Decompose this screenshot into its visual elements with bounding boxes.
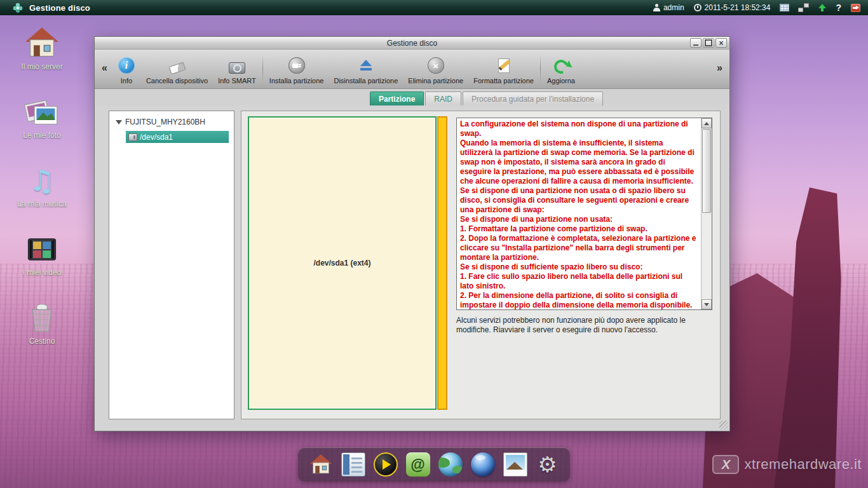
refresh-button[interactable]: Aggiorna — [542, 50, 580, 88]
swap-info-text: La configurazione del sistema non dispon… — [457, 118, 701, 309]
tree-expander-icon[interactable] — [116, 120, 122, 125]
plug-icon — [288, 57, 305, 74]
eraser-icon — [168, 62, 186, 75]
tab-install-wizard[interactable]: Procedura guidata per l'installazione — [463, 92, 603, 105]
info-line: 2. Per la dimensione della partizione, d… — [460, 291, 698, 309]
user-indicator[interactable]: admin — [653, 3, 684, 12]
device-tree-panel: FUJITSU_MHY2160BH /dev/sda1 — [109, 111, 234, 419]
service-restart-note: Alcuni servizi potrebbero non funzionare… — [456, 316, 712, 335]
format-partition-button[interactable]: Formatta partizione — [468, 50, 539, 88]
partition-block-free-space[interactable] — [437, 116, 447, 410]
window-title: Gestione disco — [95, 39, 729, 48]
window-controls — [690, 38, 729, 48]
music-icon: ♫ — [24, 163, 60, 198]
desktop: Gestione disco admin 2011-5-21 18:52:34 … — [0, 0, 868, 488]
user-name: admin — [663, 3, 684, 12]
info-line: Se si dispone di una partizione non usat… — [460, 215, 698, 224]
tabbar: Partizione RAID Procedura guidata per l'… — [95, 89, 729, 105]
xtremehardware-logo: X — [712, 455, 739, 474]
tree-partition-row[interactable]: /dev/sda1 — [126, 131, 229, 143]
maximize-button[interactable] — [703, 38, 714, 48]
system-topbar: Gestione disco admin 2011-5-21 18:52:34 … — [0, 0, 868, 15]
hdd-icon — [128, 133, 137, 141]
shortcut-trash[interactable]: Cestino — [10, 300, 74, 346]
close-button[interactable] — [715, 38, 727, 48]
partition-map: /dev/sda1 (ext4) — [248, 116, 447, 410]
dock: @ ⚙ — [298, 447, 570, 482]
scroll-down-button[interactable] — [702, 299, 712, 309]
minimize-button[interactable] — [690, 38, 702, 48]
dock-network-places-icon[interactable] — [438, 452, 463, 477]
dock-gallery-icon[interactable] — [503, 452, 527, 477]
swap-info-box: La configurazione del sistema non dispon… — [456, 118, 712, 310]
info-line: 1. Formattare la partizione come partizi… — [460, 224, 698, 234]
info-button[interactable]: i Info — [112, 50, 141, 88]
shortcut-my-server[interactable]: Il mio server — [10, 25, 74, 71]
device-name: FUJITSU_MHY2160BH — [125, 118, 205, 126]
dock-file-manager-icon[interactable] — [341, 452, 365, 477]
logout-icon[interactable] — [851, 4, 860, 12]
info-line: 1. Fare clic sullo spazio libero nella t… — [460, 272, 698, 291]
eject-icon — [358, 57, 374, 74]
partition-name: /dev/sda1 — [140, 133, 173, 142]
delete-partition-button[interactable]: × Elimina partizione — [403, 50, 468, 88]
unmount-partition-button[interactable]: Disinstalla partizione — [329, 50, 403, 88]
partition-block-label: /dev/sda1 (ext4) — [313, 259, 370, 268]
system-menu-icon[interactable] — [13, 3, 23, 13]
pencil-icon — [496, 57, 512, 74]
datetime-text: 2011-5-21 18:52:34 — [705, 3, 771, 12]
topbar-title: Gestione disco — [29, 3, 90, 13]
toolbar-scroll-right-button[interactable]: » — [712, 62, 727, 76]
partition-main-panel: /dev/sda1 (ext4) La configurazione del s… — [241, 111, 721, 419]
home-icon — [24, 25, 60, 61]
info-scrollbar[interactable] — [701, 118, 712, 309]
watermark: X xtremehardware.it — [712, 455, 862, 474]
arrow-down-icon — [704, 303, 709, 306]
dock-settings-icon[interactable]: ⚙ — [536, 452, 560, 477]
delete-icon: × — [428, 57, 444, 74]
dock-mail-icon[interactable]: @ — [406, 452, 430, 477]
window-toolbar: « i Info Cancella dispositivo Info SMART… — [95, 50, 729, 89]
tab-partizione[interactable]: Partizione — [370, 92, 424, 105]
info-line: Quando la memoria di sistema è insuffici… — [460, 139, 698, 215]
mount-partition-button[interactable]: Installa partizione — [264, 50, 329, 88]
window-content: FUJITSU_MHY2160BH /dev/sda1 /dev/sda1 (e… — [95, 105, 729, 431]
shortcut-my-videos[interactable]: I miei video — [10, 231, 74, 277]
help-button[interactable]: ? — [836, 3, 841, 13]
toolbar-separator — [540, 55, 541, 83]
shortcut-my-music[interactable]: ♫ La mia musica — [10, 163, 74, 208]
upload-arrow-icon[interactable] — [818, 4, 826, 12]
info-line: 2. Dopo la formattazione è completata, s… — [460, 234, 698, 262]
arrow-up-icon — [704, 122, 709, 125]
dock-media-player-icon[interactable] — [374, 452, 398, 477]
desktop-shortcuts: Il mio server Le mie foto ♫ La mia music… — [10, 25, 74, 346]
erase-device-button[interactable]: Cancella dispositivo — [141, 50, 213, 88]
videos-icon — [24, 231, 60, 267]
clock-icon — [694, 4, 702, 11]
partition-block-sda1[interactable]: /dev/sda1 (ext4) — [248, 116, 437, 410]
info-line: Se si dispone di sufficiente spazio libe… — [460, 262, 698, 272]
watermark-text: xtremehardware.it — [744, 456, 862, 473]
dock-home-icon[interactable] — [309, 452, 333, 477]
smart-disk-icon — [229, 62, 245, 74]
network-status-icon[interactable] — [799, 4, 808, 11]
topbar-status-area: admin 2011-5-21 18:52:34 ? — [653, 3, 860, 13]
scrollbar-thumb[interactable] — [702, 129, 711, 213]
refresh-icon — [552, 57, 570, 76]
shortcut-my-photos[interactable]: Le mie foto — [10, 94, 74, 140]
toolbar-separator — [262, 55, 263, 83]
toolbar-scroll-left-button[interactable]: « — [97, 62, 112, 76]
smart-info-button[interactable]: Info SMART — [213, 50, 261, 88]
window-resize-grip[interactable] — [719, 421, 728, 430]
dock-browser-icon[interactable] — [471, 452, 495, 477]
tab-raid[interactable]: RAID — [425, 92, 461, 105]
trash-icon — [24, 300, 60, 336]
user-icon — [653, 4, 660, 11]
scroll-up-button[interactable] — [702, 118, 712, 128]
tree-device-row[interactable]: FUJITSU_MHY2160BH — [109, 111, 234, 129]
info-line: La configurazione del sistema non dispon… — [460, 119, 698, 139]
info-icon: i — [118, 57, 135, 74]
window-titlebar[interactable]: Gestione disco — [95, 37, 729, 50]
photos-icon — [24, 94, 60, 130]
app-grid-icon[interactable] — [780, 4, 789, 11]
